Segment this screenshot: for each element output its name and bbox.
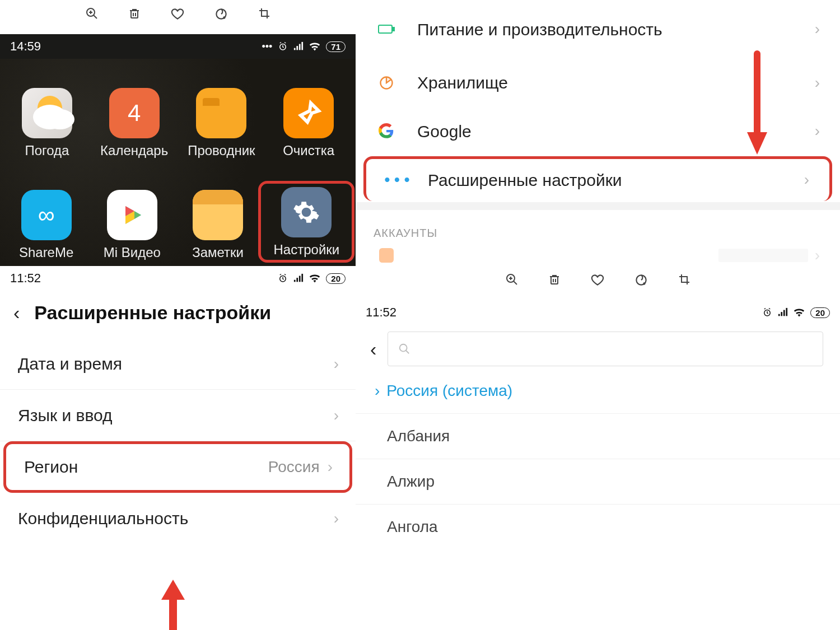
- edit-icon[interactable]: [214, 7, 228, 25]
- app-cleaner[interactable]: Очистка: [267, 88, 351, 158]
- back-button[interactable]: ‹: [370, 338, 376, 360]
- row-label: Google: [417, 121, 815, 142]
- delete-icon[interactable]: [128, 7, 141, 25]
- back-button[interactable]: ‹: [13, 302, 20, 324]
- svg-rect-44: [786, 308, 788, 316]
- row-datetime[interactable]: Дата и время ›: [0, 338, 356, 390]
- wifi-icon: [309, 274, 320, 283]
- region-option[interactable]: Ангола: [356, 504, 840, 549]
- weather-icon: [22, 88, 72, 138]
- row-label: Дата и время: [18, 354, 122, 374]
- chevron-right-icon: ›: [334, 510, 339, 528]
- chevron-right-icon: ›: [804, 171, 809, 189]
- row-label: Регион: [24, 458, 78, 477]
- highlight-settings: Настройки: [258, 181, 354, 263]
- favorite-icon[interactable]: [170, 7, 185, 25]
- image-viewer-toolbar: [0, 0, 356, 34]
- signal-icon: [293, 41, 304, 52]
- svg-rect-42: [781, 312, 783, 316]
- chevron-right-icon: ›: [334, 355, 339, 373]
- row-miaccount-cut: ›: [356, 245, 840, 267]
- alarm-icon: [278, 41, 288, 52]
- svg-point-9: [223, 17, 225, 18]
- chevron-right-icon: ›: [815, 122, 820, 140]
- battery-indicator: 20: [810, 307, 830, 318]
- svg-rect-27: [299, 276, 301, 282]
- row-privacy[interactable]: Конфиденциальность ›: [0, 493, 356, 544]
- panel-homescreen: 14:59 ••• 71 Погода 4 Календарь Проводни…: [0, 0, 356, 266]
- more-icon: •••: [262, 41, 272, 53]
- svg-rect-4: [131, 11, 138, 18]
- signal-icon: [778, 307, 788, 318]
- row-advanced-settings[interactable]: • • • Расширенные настройки ›: [363, 156, 832, 200]
- app-notes[interactable]: Заметки: [176, 190, 260, 260]
- crop-icon[interactable]: [258, 7, 271, 25]
- row-label: Конфиденциальность: [18, 509, 188, 528]
- edit-icon[interactable]: [634, 273, 648, 291]
- alarm-icon: [278, 273, 288, 283]
- svg-rect-43: [783, 310, 785, 316]
- battery-icon: [356, 23, 417, 35]
- panel-settings-list: Питание и производительность › Хранилище…: [356, 0, 840, 266]
- row-region[interactable]: Регион Россия ›: [3, 441, 352, 493]
- mi-icon: [356, 248, 417, 263]
- status-time: 11:52: [10, 271, 41, 286]
- region-option[interactable]: Алжир: [356, 459, 840, 504]
- svg-rect-20: [393, 27, 394, 31]
- svg-rect-28: [302, 274, 304, 282]
- svg-rect-12: [297, 46, 298, 50]
- zoom-icon[interactable]: [505, 273, 519, 291]
- google-icon: [356, 123, 417, 139]
- play-icon: [107, 190, 157, 240]
- page-title: Расширенные настройки: [34, 302, 271, 324]
- row-google[interactable]: Google ›: [356, 107, 840, 155]
- calendar-icon: 4: [109, 88, 160, 138]
- app-row-1: Погода 4 Календарь Проводник Очистка: [3, 67, 352, 158]
- chevron-right-icon: ›: [328, 458, 333, 476]
- wifi-icon: [309, 42, 320, 51]
- folder-icon: [196, 88, 246, 138]
- app-calendar[interactable]: 4 Календарь: [92, 88, 176, 158]
- app-mivideo[interactable]: Mi Видео: [90, 190, 174, 260]
- status-icons: ••• 71: [262, 41, 346, 53]
- app-shareme[interactable]: ∞ ShareMe: [4, 190, 88, 260]
- region-option[interactable]: Албания: [356, 413, 840, 459]
- blurred-value: [718, 249, 808, 262]
- search-icon: [398, 343, 410, 355]
- region-current[interactable]: › Россия (система): [356, 376, 840, 413]
- status-time: 14:59: [10, 39, 41, 54]
- svg-rect-11: [294, 48, 296, 50]
- home-grid: Погода 4 Календарь Проводник Очистка ∞ S…: [0, 59, 356, 266]
- notes-icon: [193, 190, 243, 240]
- svg-rect-19: [379, 25, 392, 33]
- gear-icon: [281, 187, 332, 237]
- row-power[interactable]: Питание и производительность ›: [356, 0, 840, 59]
- wifi-icon: [794, 308, 805, 317]
- chevron-right-icon: ›: [334, 407, 339, 424]
- row-label: Питание и производительность: [417, 19, 815, 40]
- chevron-right-icon: ›: [815, 74, 820, 92]
- delete-icon[interactable]: [548, 273, 561, 291]
- pie-icon: [356, 75, 417, 91]
- app-settings[interactable]: Настройки: [264, 187, 348, 258]
- svg-rect-22: [379, 248, 394, 263]
- app-label: Заметки: [192, 245, 244, 260]
- signal-icon: [293, 273, 304, 283]
- app-weather[interactable]: Погода: [5, 88, 89, 158]
- status-icons: 20: [278, 273, 346, 284]
- row-storage[interactable]: Хранилище ›: [356, 59, 840, 107]
- row-label: Хранилище: [417, 72, 815, 94]
- search-input[interactable]: [388, 332, 823, 366]
- crop-icon[interactable]: [678, 273, 691, 291]
- status-bar: 11:52 20: [356, 300, 840, 325]
- annotation-arrow-up: [157, 577, 189, 630]
- app-label: Очистка: [283, 143, 334, 158]
- row-language-input[interactable]: Язык и ввод ›: [0, 390, 356, 441]
- svg-point-45: [400, 344, 407, 352]
- favorite-icon[interactable]: [590, 273, 605, 291]
- image-viewer-toolbar: [356, 266, 840, 300]
- app-explorer[interactable]: Проводник: [179, 88, 263, 158]
- row-label: Расширенные настройки: [428, 170, 804, 191]
- chevron-right-icon: ›: [815, 20, 820, 38]
- zoom-icon[interactable]: [85, 7, 99, 25]
